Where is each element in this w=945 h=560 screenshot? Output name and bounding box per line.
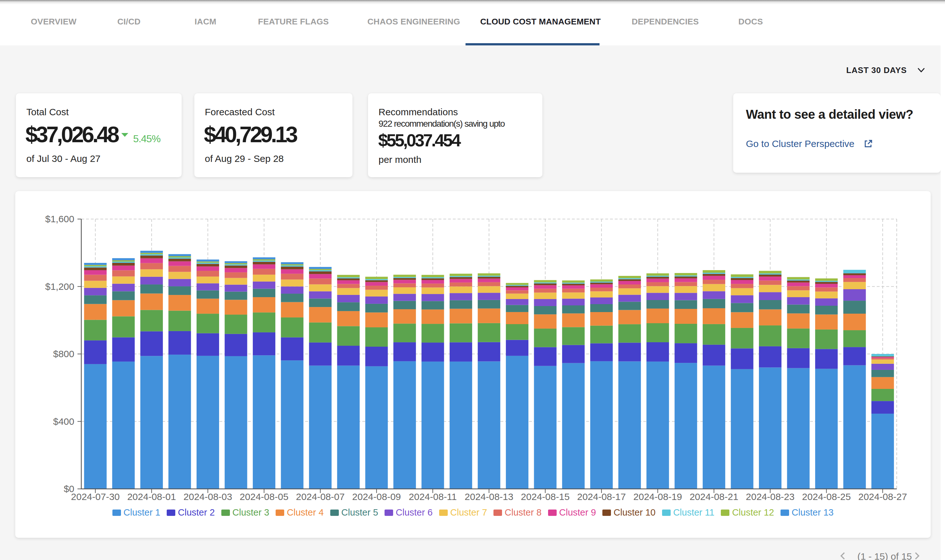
svg-text:2024-08-17: 2024-08-17 [577,491,626,502]
svg-text:2024-08-27: 2024-08-27 [858,491,907,502]
svg-text:$1,600: $1,600 [45,214,74,224]
svg-text:2024-08-21: 2024-08-21 [690,491,738,502]
svg-text:2024-07-30: 2024-07-30 [71,491,120,502]
svg-text:2024-08-05: 2024-08-05 [240,491,288,502]
svg-text:2024-08-09: 2024-08-09 [352,491,401,502]
svg-text:2024-08-23: 2024-08-23 [746,491,794,502]
svg-text:$1,200: $1,200 [45,281,74,292]
svg-text:2024-08-15: 2024-08-15 [521,491,569,502]
svg-text:$400: $400 [53,416,74,427]
svg-text:2024-08-25: 2024-08-25 [802,491,851,502]
svg-text:2024-08-11: 2024-08-11 [409,491,457,502]
svg-text:2024-08-03: 2024-08-03 [183,491,232,502]
svg-text:$800: $800 [53,349,74,359]
svg-text:2024-08-07: 2024-08-07 [296,491,345,502]
svg-text:2024-08-01: 2024-08-01 [127,491,176,502]
svg-text:2024-08-19: 2024-08-19 [634,491,682,502]
svg-text:2024-08-13: 2024-08-13 [465,491,513,502]
